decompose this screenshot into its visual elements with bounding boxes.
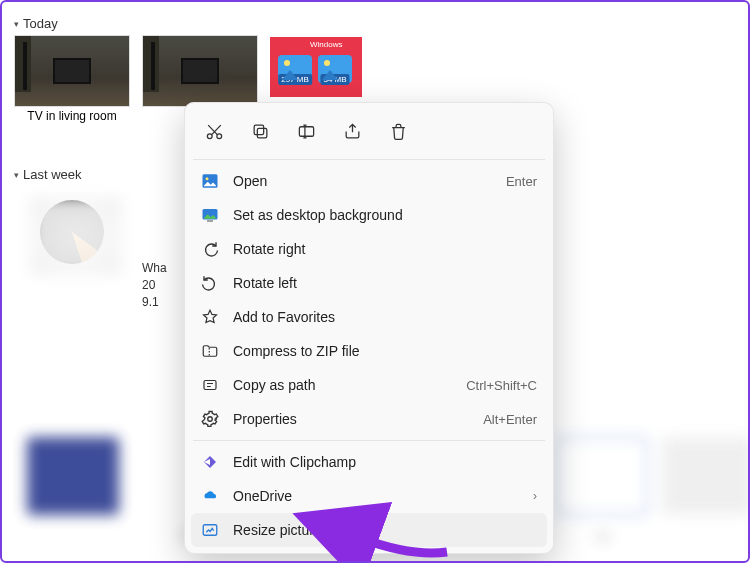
menu-item-compress-zip[interactable]: Compress to ZIP file bbox=[191, 334, 547, 368]
context-menu-iconbar bbox=[191, 109, 547, 155]
chevron-right-icon: › bbox=[533, 489, 537, 503]
size-badge: 297 MB bbox=[278, 74, 312, 85]
section-lastweek-label: Last week bbox=[23, 167, 82, 182]
chevron-down-icon: ▾ bbox=[14, 19, 19, 29]
menu-item-copy-path[interactable]: Copy as path Ctrl+Shift+C bbox=[191, 368, 547, 402]
svg-rect-2 bbox=[257, 128, 267, 137]
thumbnail-image: Windows 297 MB 34 MB bbox=[270, 37, 362, 97]
cut-button[interactable] bbox=[195, 113, 233, 149]
thumbnail-image bbox=[142, 35, 258, 107]
properties-icon bbox=[201, 410, 219, 428]
delete-button[interactable] bbox=[379, 113, 417, 149]
menu-item-set-background[interactable]: Set as desktop background bbox=[191, 198, 547, 232]
svg-rect-8 bbox=[207, 220, 213, 222]
svg-point-10 bbox=[208, 417, 213, 422]
context-menu: Open Enter Set as desktop background Rot… bbox=[184, 102, 554, 554]
share-icon bbox=[343, 122, 362, 141]
menu-item-onedrive[interactable]: OneDrive › bbox=[191, 479, 547, 513]
menu-separator bbox=[193, 440, 545, 441]
windows-logo-text: Windows bbox=[310, 40, 342, 49]
menu-label: Rotate right bbox=[233, 241, 537, 257]
svg-point-1 bbox=[216, 133, 221, 138]
section-today-label: Today bbox=[23, 16, 58, 31]
trash-icon bbox=[389, 122, 408, 141]
file-item[interactable]: TV in living room bbox=[14, 35, 130, 123]
menu-item-open[interactable]: Open Enter bbox=[191, 164, 547, 198]
svg-rect-9 bbox=[204, 381, 216, 390]
rotate-right-icon bbox=[201, 240, 219, 258]
menu-label: Compress to ZIP file bbox=[233, 343, 537, 359]
rename-button[interactable] bbox=[287, 113, 325, 149]
file-label: TV in living room bbox=[27, 109, 116, 123]
menu-item-rotate-left[interactable]: Rotate left bbox=[191, 266, 547, 300]
copy-path-icon bbox=[201, 376, 219, 394]
rotate-left-icon bbox=[201, 274, 219, 292]
menu-label: Properties bbox=[233, 411, 469, 427]
menu-label: Set as desktop background bbox=[233, 207, 537, 223]
svg-point-6 bbox=[206, 177, 209, 180]
menu-item-resize-pictures[interactable]: Resize pictures bbox=[191, 513, 547, 547]
copy-button[interactable] bbox=[241, 113, 279, 149]
resize-pictures-icon bbox=[201, 521, 219, 539]
svg-rect-4 bbox=[299, 126, 313, 136]
menu-accelerator: Alt+Enter bbox=[483, 412, 537, 427]
menu-label: Resize pictures bbox=[233, 522, 537, 538]
thumbnail-image bbox=[14, 35, 130, 107]
share-button[interactable] bbox=[333, 113, 371, 149]
menu-item-edit-clipchamp[interactable]: Edit with Clipchamp bbox=[191, 445, 547, 479]
svg-rect-3 bbox=[254, 125, 263, 135]
scissors-icon bbox=[205, 122, 224, 141]
menu-label: Edit with Clipchamp bbox=[233, 454, 537, 470]
chevron-down-icon: ▾ bbox=[14, 170, 19, 180]
desktop-background-icon bbox=[201, 206, 219, 224]
menu-accelerator: Enter bbox=[506, 174, 537, 189]
menu-label: Open bbox=[233, 173, 492, 189]
menu-accelerator: Ctrl+Shift+C bbox=[466, 378, 537, 393]
image-open-icon bbox=[201, 172, 219, 190]
size-badge: 34 MB bbox=[320, 74, 349, 85]
zip-folder-icon bbox=[201, 342, 219, 360]
onedrive-icon bbox=[201, 487, 219, 505]
copy-icon bbox=[251, 122, 270, 141]
rename-icon bbox=[297, 122, 316, 141]
star-icon bbox=[201, 308, 219, 326]
menu-item-properties[interactable]: Properties Alt+Enter bbox=[191, 402, 547, 436]
section-today[interactable]: ▾ Today bbox=[14, 16, 736, 31]
menu-label: Add to Favorites bbox=[233, 309, 537, 325]
menu-label: Rotate left bbox=[233, 275, 537, 291]
menu-item-rotate-right[interactable]: Rotate right bbox=[191, 232, 547, 266]
menu-item-add-favorites[interactable]: Add to Favorites bbox=[191, 300, 547, 334]
clipchamp-icon bbox=[201, 453, 219, 471]
svg-point-0 bbox=[207, 133, 212, 138]
menu-label: Copy as path bbox=[233, 377, 452, 393]
file-item[interactable] bbox=[14, 186, 130, 310]
menu-separator bbox=[193, 159, 545, 160]
svg-rect-11 bbox=[203, 525, 217, 536]
menu-label: OneDrive bbox=[233, 488, 519, 504]
